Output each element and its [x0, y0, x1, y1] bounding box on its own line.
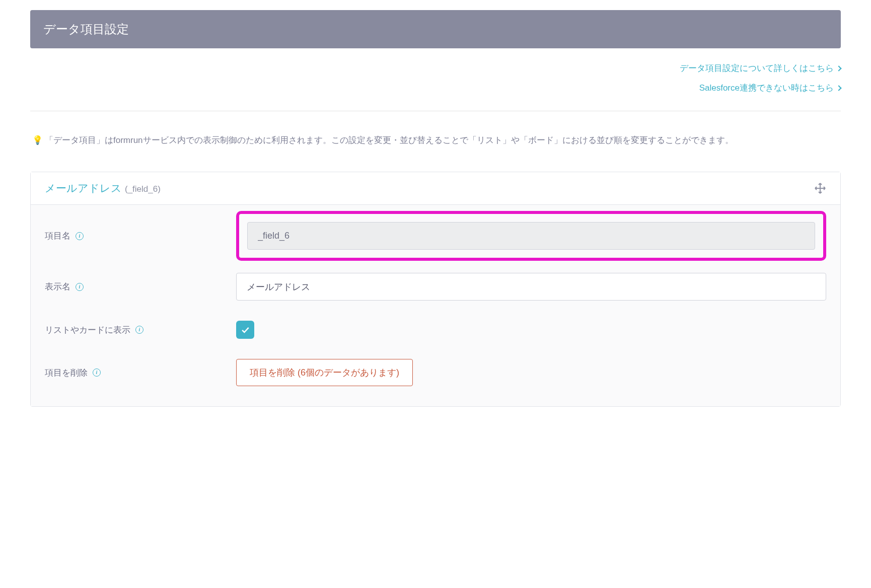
form-row-item-name: 項目名 i — [45, 211, 826, 261]
field-title[interactable]: メールアドレス — [45, 181, 122, 195]
help-link-settings[interactable]: データ項目設定について詳しくはこちら — [680, 62, 841, 74]
label-show-in-list-text: リストやカードに表示 — [45, 324, 130, 336]
label-display-name-text: 表示名 — [45, 281, 70, 292]
info-icon[interactable]: i — [135, 326, 143, 334]
label-display-name: 表示名 i — [45, 281, 236, 292]
form-row-delete: 項目を削除 i 項目を削除 (6個のデータがあります) — [45, 359, 826, 386]
form-row-show-in-list: リストやカードに表示 i — [45, 321, 826, 339]
chevron-right-icon — [836, 65, 841, 71]
show-in-list-checkbox[interactable] — [236, 321, 254, 339]
display-name-wrap — [236, 273, 826, 301]
bulb-icon: 💡 — [32, 135, 43, 145]
field-card: メールアドレス (_field_6) 項目名 i 表示名 i — [30, 172, 841, 407]
highlight-box — [236, 211, 826, 261]
display-name-input[interactable] — [236, 273, 826, 301]
info-icon[interactable]: i — [76, 232, 84, 240]
delete-button[interactable]: 項目を削除 (6個のデータがあります) — [236, 359, 413, 386]
divider — [30, 111, 841, 111]
field-title-wrap: メールアドレス (_field_6) — [45, 181, 161, 195]
info-text: 💡「データ項目」はformrunサービス内での表示制御のために利用されます。この… — [30, 132, 841, 149]
page-header: データ項目設定 — [30, 10, 841, 48]
help-link-salesforce[interactable]: Salesforce連携できない時はこちら — [699, 82, 841, 94]
info-text-content: 「データ項目」はformrunサービス内での表示制御のために利用されます。この設… — [45, 135, 734, 145]
help-links: データ項目設定について詳しくはこちら Salesforce連携できない時はこちら — [30, 62, 841, 99]
show-in-list-wrap — [236, 321, 826, 339]
label-show-in-list: リストやカードに表示 i — [45, 324, 236, 336]
field-id: (_field_6) — [125, 184, 161, 194]
chevron-right-icon — [836, 85, 841, 91]
delete-wrap: 項目を削除 (6個のデータがあります) — [236, 359, 826, 386]
item-name-input[interactable] — [247, 222, 815, 250]
field-card-header: メールアドレス (_field_6) — [31, 172, 840, 205]
form-row-display-name: 表示名 i — [45, 273, 826, 301]
drag-handle-icon[interactable] — [814, 182, 826, 194]
help-link-settings-text: データ項目設定について詳しくはこちら — [680, 62, 834, 74]
help-link-salesforce-text: Salesforce連携できない時はこちら — [699, 82, 834, 94]
label-item-name: 項目名 i — [45, 230, 236, 242]
info-icon[interactable]: i — [76, 283, 84, 291]
check-icon — [240, 325, 250, 335]
label-item-name-text: 項目名 — [45, 230, 70, 242]
field-card-body: 項目名 i 表示名 i リストやカードに表示 i — [31, 205, 840, 406]
info-icon[interactable]: i — [93, 369, 101, 377]
page-title: データ項目設定 — [43, 22, 129, 36]
label-delete-item: 項目を削除 i — [45, 367, 236, 379]
label-delete-item-text: 項目を削除 — [45, 367, 88, 379]
